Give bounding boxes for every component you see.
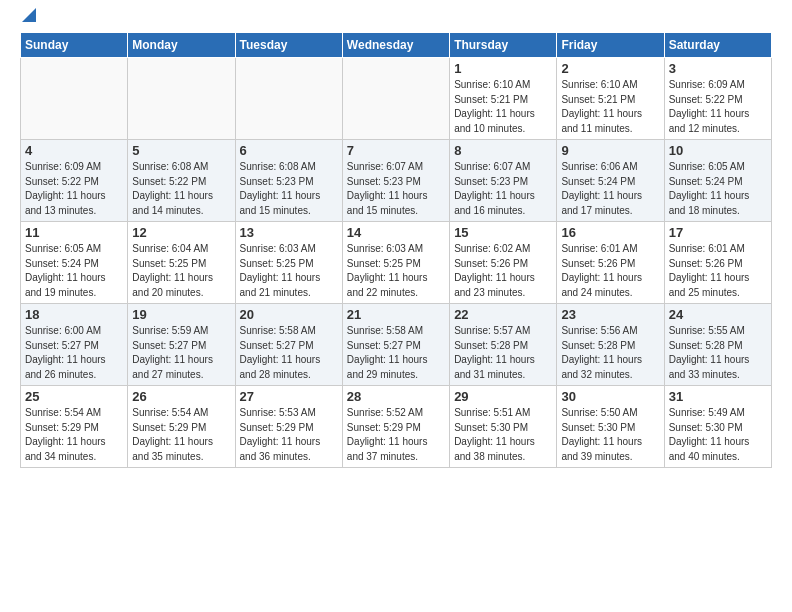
- day-number: 15: [454, 225, 552, 240]
- day-number: 28: [347, 389, 445, 404]
- calendar-cell: 21Sunrise: 5:58 AM Sunset: 5:27 PM Dayli…: [342, 304, 449, 386]
- day-info: Sunrise: 6:05 AM Sunset: 5:24 PM Dayligh…: [25, 242, 123, 300]
- page: SundayMondayTuesdayWednesdayThursdayFrid…: [0, 0, 792, 612]
- calendar-cell: 17Sunrise: 6:01 AM Sunset: 5:26 PM Dayli…: [664, 222, 771, 304]
- svg-marker-0: [22, 8, 36, 22]
- day-number: 22: [454, 307, 552, 322]
- calendar-cell: 3Sunrise: 6:09 AM Sunset: 5:22 PM Daylig…: [664, 58, 771, 140]
- day-info: Sunrise: 6:00 AM Sunset: 5:27 PM Dayligh…: [25, 324, 123, 382]
- weekday-header-wednesday: Wednesday: [342, 33, 449, 58]
- day-info: Sunrise: 6:05 AM Sunset: 5:24 PM Dayligh…: [669, 160, 767, 218]
- calendar-cell: 7Sunrise: 6:07 AM Sunset: 5:23 PM Daylig…: [342, 140, 449, 222]
- day-info: Sunrise: 6:10 AM Sunset: 5:21 PM Dayligh…: [454, 78, 552, 136]
- header: [20, 16, 772, 22]
- calendar-cell: 25Sunrise: 5:54 AM Sunset: 5:29 PM Dayli…: [21, 386, 128, 468]
- day-info: Sunrise: 5:58 AM Sunset: 5:27 PM Dayligh…: [240, 324, 338, 382]
- day-info: Sunrise: 6:03 AM Sunset: 5:25 PM Dayligh…: [347, 242, 445, 300]
- day-number: 26: [132, 389, 230, 404]
- day-number: 24: [669, 307, 767, 322]
- calendar-cell: 9Sunrise: 6:06 AM Sunset: 5:24 PM Daylig…: [557, 140, 664, 222]
- calendar-cell: 1Sunrise: 6:10 AM Sunset: 5:21 PM Daylig…: [450, 58, 557, 140]
- day-info: Sunrise: 6:01 AM Sunset: 5:26 PM Dayligh…: [669, 242, 767, 300]
- weekday-header-tuesday: Tuesday: [235, 33, 342, 58]
- calendar-table: SundayMondayTuesdayWednesdayThursdayFrid…: [20, 32, 772, 468]
- calendar-cell: 10Sunrise: 6:05 AM Sunset: 5:24 PM Dayli…: [664, 140, 771, 222]
- day-number: 8: [454, 143, 552, 158]
- calendar-cell: 30Sunrise: 5:50 AM Sunset: 5:30 PM Dayli…: [557, 386, 664, 468]
- day-number: 13: [240, 225, 338, 240]
- calendar-cell: 8Sunrise: 6:07 AM Sunset: 5:23 PM Daylig…: [450, 140, 557, 222]
- day-number: 3: [669, 61, 767, 76]
- day-number: 6: [240, 143, 338, 158]
- day-info: Sunrise: 6:08 AM Sunset: 5:22 PM Dayligh…: [132, 160, 230, 218]
- day-number: 9: [561, 143, 659, 158]
- day-info: Sunrise: 5:51 AM Sunset: 5:30 PM Dayligh…: [454, 406, 552, 464]
- day-number: 19: [132, 307, 230, 322]
- day-number: 14: [347, 225, 445, 240]
- calendar-cell: 28Sunrise: 5:52 AM Sunset: 5:29 PM Dayli…: [342, 386, 449, 468]
- calendar-cell: [21, 58, 128, 140]
- calendar-cell: 12Sunrise: 6:04 AM Sunset: 5:25 PM Dayli…: [128, 222, 235, 304]
- day-info: Sunrise: 6:03 AM Sunset: 5:25 PM Dayligh…: [240, 242, 338, 300]
- day-info: Sunrise: 5:55 AM Sunset: 5:28 PM Dayligh…: [669, 324, 767, 382]
- day-info: Sunrise: 5:49 AM Sunset: 5:30 PM Dayligh…: [669, 406, 767, 464]
- day-number: 21: [347, 307, 445, 322]
- day-number: 16: [561, 225, 659, 240]
- logo: [20, 16, 36, 22]
- weekday-header-row: SundayMondayTuesdayWednesdayThursdayFrid…: [21, 33, 772, 58]
- calendar-cell: 13Sunrise: 6:03 AM Sunset: 5:25 PM Dayli…: [235, 222, 342, 304]
- weekday-header-friday: Friday: [557, 33, 664, 58]
- calendar-cell: 4Sunrise: 6:09 AM Sunset: 5:22 PM Daylig…: [21, 140, 128, 222]
- calendar-cell: 20Sunrise: 5:58 AM Sunset: 5:27 PM Dayli…: [235, 304, 342, 386]
- calendar-cell: 27Sunrise: 5:53 AM Sunset: 5:29 PM Dayli…: [235, 386, 342, 468]
- calendar-cell: 16Sunrise: 6:01 AM Sunset: 5:26 PM Dayli…: [557, 222, 664, 304]
- day-info: Sunrise: 6:06 AM Sunset: 5:24 PM Dayligh…: [561, 160, 659, 218]
- week-row-2: 4Sunrise: 6:09 AM Sunset: 5:22 PM Daylig…: [21, 140, 772, 222]
- day-number: 1: [454, 61, 552, 76]
- day-info: Sunrise: 6:01 AM Sunset: 5:26 PM Dayligh…: [561, 242, 659, 300]
- day-number: 25: [25, 389, 123, 404]
- calendar-cell: 24Sunrise: 5:55 AM Sunset: 5:28 PM Dayli…: [664, 304, 771, 386]
- calendar-cell: 23Sunrise: 5:56 AM Sunset: 5:28 PM Dayli…: [557, 304, 664, 386]
- calendar-cell: 14Sunrise: 6:03 AM Sunset: 5:25 PM Dayli…: [342, 222, 449, 304]
- calendar-cell: 26Sunrise: 5:54 AM Sunset: 5:29 PM Dayli…: [128, 386, 235, 468]
- day-info: Sunrise: 6:09 AM Sunset: 5:22 PM Dayligh…: [25, 160, 123, 218]
- day-number: 23: [561, 307, 659, 322]
- week-row-1: 1Sunrise: 6:10 AM Sunset: 5:21 PM Daylig…: [21, 58, 772, 140]
- weekday-header-sunday: Sunday: [21, 33, 128, 58]
- calendar-cell: [128, 58, 235, 140]
- day-info: Sunrise: 6:02 AM Sunset: 5:26 PM Dayligh…: [454, 242, 552, 300]
- week-row-4: 18Sunrise: 6:00 AM Sunset: 5:27 PM Dayli…: [21, 304, 772, 386]
- day-number: 20: [240, 307, 338, 322]
- day-number: 2: [561, 61, 659, 76]
- day-info: Sunrise: 5:50 AM Sunset: 5:30 PM Dayligh…: [561, 406, 659, 464]
- logo-triangle-icon: [22, 8, 36, 22]
- day-number: 29: [454, 389, 552, 404]
- calendar-cell: 29Sunrise: 5:51 AM Sunset: 5:30 PM Dayli…: [450, 386, 557, 468]
- day-number: 10: [669, 143, 767, 158]
- calendar-cell: [235, 58, 342, 140]
- day-info: Sunrise: 6:04 AM Sunset: 5:25 PM Dayligh…: [132, 242, 230, 300]
- calendar-cell: 2Sunrise: 6:10 AM Sunset: 5:21 PM Daylig…: [557, 58, 664, 140]
- day-info: Sunrise: 6:07 AM Sunset: 5:23 PM Dayligh…: [347, 160, 445, 218]
- day-info: Sunrise: 6:09 AM Sunset: 5:22 PM Dayligh…: [669, 78, 767, 136]
- day-number: 31: [669, 389, 767, 404]
- day-number: 11: [25, 225, 123, 240]
- weekday-header-thursday: Thursday: [450, 33, 557, 58]
- day-number: 12: [132, 225, 230, 240]
- day-number: 17: [669, 225, 767, 240]
- day-info: Sunrise: 5:59 AM Sunset: 5:27 PM Dayligh…: [132, 324, 230, 382]
- calendar-cell: 6Sunrise: 6:08 AM Sunset: 5:23 PM Daylig…: [235, 140, 342, 222]
- day-info: Sunrise: 5:54 AM Sunset: 5:29 PM Dayligh…: [132, 406, 230, 464]
- day-info: Sunrise: 5:56 AM Sunset: 5:28 PM Dayligh…: [561, 324, 659, 382]
- calendar-cell: 15Sunrise: 6:02 AM Sunset: 5:26 PM Dayli…: [450, 222, 557, 304]
- calendar-cell: 22Sunrise: 5:57 AM Sunset: 5:28 PM Dayli…: [450, 304, 557, 386]
- calendar-cell: 11Sunrise: 6:05 AM Sunset: 5:24 PM Dayli…: [21, 222, 128, 304]
- day-info: Sunrise: 5:54 AM Sunset: 5:29 PM Dayligh…: [25, 406, 123, 464]
- calendar-cell: 31Sunrise: 5:49 AM Sunset: 5:30 PM Dayli…: [664, 386, 771, 468]
- day-info: Sunrise: 5:57 AM Sunset: 5:28 PM Dayligh…: [454, 324, 552, 382]
- day-number: 18: [25, 307, 123, 322]
- calendar-cell: 18Sunrise: 6:00 AM Sunset: 5:27 PM Dayli…: [21, 304, 128, 386]
- day-number: 5: [132, 143, 230, 158]
- weekday-header-monday: Monday: [128, 33, 235, 58]
